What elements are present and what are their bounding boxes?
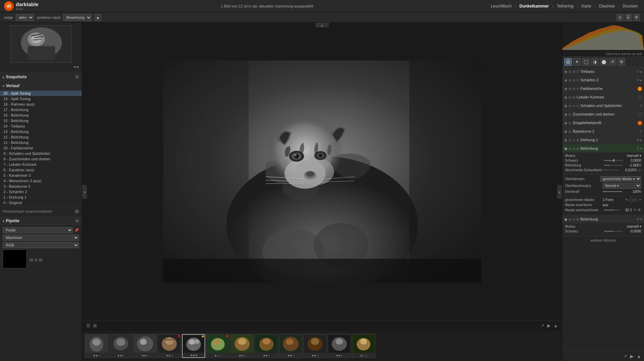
sort-select[interactable]: Bewertung [63, 14, 92, 21]
mask-edit-icon[interactable]: ✎ [633, 208, 636, 212]
mod-mask-basiskurve[interactable]: ◎ [568, 130, 571, 133]
sort-direction-btn[interactable]: ▲ [94, 14, 101, 21]
history-item-3[interactable]: 3 - Basiskurve 2 [0, 184, 82, 189]
film-item-9[interactable]: ★★☆ [279, 334, 302, 358]
history-item-12[interactable]: 12 - Belichtung [0, 134, 82, 140]
module-farbbereiche-header[interactable]: ◉ ◎ ⊕ ⊙ Farbbereiche ⬤ [562, 84, 644, 93]
param-belichtung-slider[interactable] [604, 165, 623, 166]
upload-icon[interactable]: ▲ [636, 353, 641, 359]
circle-btn[interactable]: ◯ [582, 58, 590, 66]
merge-history-btn[interactable]: Verlaufsstapel zusammenfassen [3, 210, 52, 213]
mod-reset-schaerfen[interactable]: ↺ [636, 78, 639, 82]
mod-enable-tiefpass[interactable]: ◉ [564, 70, 567, 73]
color-btn[interactable]: ⬤ [600, 58, 607, 66]
mod-mask-eingabe[interactable]: ◎ [568, 121, 571, 125]
mask-circle-icon[interactable]: ◯ [629, 198, 633, 202]
mod-blend-belichtung1[interactable]: ⊕ [576, 147, 579, 150]
module-belichtung-2-header[interactable]: ◉ ◎ ⊙ ⊕ Belichtung ↺ ▾ [562, 215, 644, 223]
mod-param-schatten[interactable]: ⊙ [576, 104, 579, 108]
mask-eye-icon[interactable]: 👁 [638, 208, 641, 212]
film-item-11[interactable]: ★★☆ [328, 334, 351, 358]
nav-diashow[interactable]: Diashow [597, 3, 617, 9]
film-item-4[interactable]: ★★☆ [158, 334, 181, 358]
mod-enable-lokal[interactable]: ◉ [564, 95, 567, 99]
mod-mask-schatten[interactable]: ◎ [568, 104, 571, 108]
main-image-canvas[interactable] [163, 61, 481, 283]
nav-leuchttisch[interactable]: Leuchttisch [489, 3, 514, 9]
history-item-6[interactable]: 6 - Equalizer (aus) [0, 167, 82, 173]
mod-checkmark-schatten[interactable]: ✦ [573, 104, 575, 108]
film-item-3[interactable]: ★★☆ [133, 334, 157, 358]
mod-arrow-belichtung2[interactable]: ▾ [640, 217, 642, 221]
history-item-8[interactable]: 8 - Zuschneiden und drehen [0, 156, 82, 162]
mod-enable-basiskurve[interactable]: ◉ [564, 130, 567, 133]
history-item-13[interactable]: 13 - Belichtung [0, 129, 82, 134]
mod-mask-belichtung1[interactable]: ◎ [568, 147, 571, 150]
mask-pencil-icon[interactable]: ✎ [625, 198, 628, 202]
mod-reset-lokal[interactable]: ◯ [638, 95, 642, 99]
abschneid-warning-icon[interactable]: ⚠ [638, 168, 641, 172]
mask-spline-icon[interactable]: ⊸ [638, 198, 641, 202]
history-item-2[interactable]: 2 - Schärfen 2 [0, 189, 82, 195]
mod-mask-zuschneiden[interactable]: ◎ [568, 112, 571, 116]
mod-mask-tiefpass[interactable]: ◎ [568, 70, 571, 73]
mod-arrow-drehung[interactable]: ▸ [640, 138, 642, 142]
half-circle-btn[interactable]: ◑ [591, 58, 599, 66]
module-schaerfen-header[interactable]: ◉ ◎ ⊕ ⊙ Schärfen 2 ↺ ▸ [562, 76, 644, 84]
pipette-max-select[interactable]: Maximum [3, 235, 79, 241]
pipette-mode-select[interactable]: Punkt [3, 227, 73, 233]
mod-mask-schaerfen[interactable]: ◎ [568, 78, 571, 82]
module-schatten-header[interactable]: ◉ ◎ ✦ ⊙ Schatten und Spitzlichter ↺ [562, 102, 644, 110]
history-item-15[interactable]: 15 - Belichtung [0, 118, 82, 123]
film-item-10[interactable]: ★★☆ [303, 334, 327, 358]
param-schwarz-slider[interactable] [604, 160, 623, 161]
thumb-nav-right[interactable]: ▸ [77, 64, 79, 69]
mod-arrow-schaerfen[interactable]: ▸ [640, 78, 642, 82]
full-preview-btn[interactable]: ⚙ [633, 14, 640, 21]
film-item-2[interactable]: ★★☆ [109, 334, 132, 358]
ueberblenden-select[interactable]: gezeichnete Maske ▾ [600, 176, 641, 182]
power-btn[interactable]: ⏻ [564, 58, 572, 66]
mod-reset-tiefpass[interactable]: ↺ [636, 70, 639, 73]
filmstrip-btn[interactable]: G [617, 14, 623, 21]
module-belichtung-1-header[interactable]: ◉ ◎ ⊙ ⊕ Belichtung ↺ ▾ [562, 144, 644, 152]
mod-reset-basiskurve[interactable]: ✎ [639, 130, 642, 133]
overlays-btn[interactable]: ☰ [625, 14, 632, 21]
rotate-btn[interactable]: ↺ [609, 58, 616, 66]
mod-param-farbbereiche[interactable]: ⊙ [576, 87, 579, 91]
history-item-11[interactable]: 11 - Belichtung [0, 140, 82, 145]
film-item-1[interactable]: ★★☆ [85, 334, 108, 358]
snapshots-gear-icon[interactable]: ⚙ [75, 75, 79, 79]
mod-reset-zuschneiden[interactable]: ◯ [638, 112, 642, 116]
mod-mask-belichtung2[interactable]: ◎ [568, 217, 571, 221]
mod-arrow-tiefpass[interactable]: ▸ [640, 70, 642, 73]
export-copy-icon[interactable]: ↗ [623, 353, 627, 359]
mod-arrow-belichtung1[interactable]: ▾ [640, 147, 642, 150]
mod-param-drehung[interactable]: ⊙ [573, 138, 575, 142]
preset-star-btn[interactable]: ✦ [573, 58, 581, 66]
mod-blend-lokal[interactable]: ⊕ [573, 95, 575, 99]
nav-karte[interactable]: Karte [579, 3, 593, 9]
mod-param-belichtung2[interactable]: ⊙ [573, 217, 575, 221]
mod-blend-belichtung2[interactable]: ⊕ [576, 217, 579, 221]
module-tiefpass-header[interactable]: ◉ ◎ ⊕ ⊙ Tiefpass ↺ ▸ [562, 67, 644, 76]
grid-view-icon[interactable]: ☰ [86, 323, 90, 328]
mod-reset-schatten[interactable]: ↺ [639, 104, 642, 108]
nav-tethering[interactable]: Tethering [555, 3, 576, 9]
history-item-4[interactable]: 4 - Monochrom 3 (aus) [0, 178, 82, 184]
history-item-9[interactable]: 9 - Schatten und Spitzlichter [0, 151, 82, 156]
ueberblendmodus-select[interactable]: Normal ▾ [603, 183, 641, 189]
history-item-0[interactable]: 0 - Original [0, 200, 82, 205]
all-btn[interactable]: ⚙ [618, 58, 625, 66]
history-item-19[interactable]: 19 - Split-Toning [0, 96, 82, 102]
history-item-14[interactable]: 14 - Tiefpass [0, 123, 82, 129]
maske-weichzeichnen-slider[interactable] [604, 210, 620, 211]
mod-mask-farbbereiche[interactable]: ◎ [568, 87, 571, 91]
mod-reset-belichtung2[interactable]: ↺ [636, 217, 639, 221]
mod-reset-drehung[interactable]: ↺ [636, 138, 639, 142]
mod-enable-belichtung2[interactable]: ◉ [564, 217, 567, 221]
mod-reset-belichtung1[interactable]: ↺ [636, 147, 639, 150]
pipette-pin-icon[interactable]: 📌 [74, 228, 79, 232]
module-basiskurve-header[interactable]: ◉ ◎ Basiskurve 2 ✎ [562, 127, 644, 135]
history-item-20[interactable]: 20 - Split-Toning [0, 91, 82, 96]
